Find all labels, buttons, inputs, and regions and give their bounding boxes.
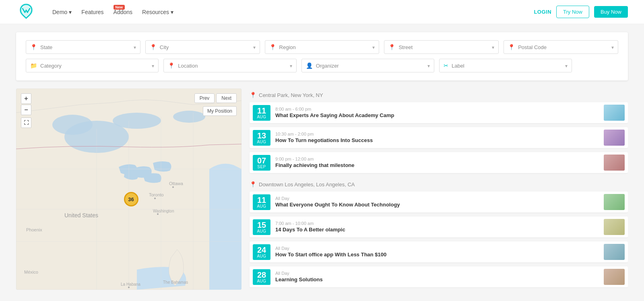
svg-text:Washington: Washington bbox=[153, 209, 174, 213]
filter-row-2: 📁 Category 📍 Location 👤 Organizer ✂ Labe… bbox=[26, 59, 618, 72]
event-title: Learning Solutions bbox=[275, 276, 599, 283]
map-nav-buttons: Prev Next bbox=[194, 93, 237, 103]
location-icon: 📍 bbox=[168, 62, 175, 69]
event-day: 13 bbox=[255, 132, 268, 140]
event-month: AUG bbox=[255, 140, 268, 144]
svg-text:Ottawa: Ottawa bbox=[169, 181, 184, 186]
fullscreen-button[interactable]: ⛶ bbox=[21, 118, 31, 128]
event-title: 14 Days To A Better olampic bbox=[275, 227, 599, 233]
zoom-in-button[interactable]: + bbox=[21, 93, 31, 104]
event-day: 15 bbox=[255, 221, 268, 229]
event-date-badge: 07 SEP bbox=[253, 155, 270, 171]
filter-organizer[interactable]: 👤 Organizer bbox=[301, 59, 434, 72]
label-select[interactable]: Label bbox=[452, 63, 562, 69]
event-item[interactable]: 24 AUG All Day How To Start office app W… bbox=[250, 241, 628, 262]
city-select[interactable]: City bbox=[160, 44, 250, 50]
filter-category[interactable]: 📁 Category bbox=[26, 59, 159, 72]
zoom-out-button[interactable]: − bbox=[21, 105, 31, 115]
filter-label[interactable]: ✂ Label bbox=[439, 59, 572, 72]
chevron-down-icon: ▾ bbox=[171, 9, 173, 15]
filter-location[interactable]: 📍 Location bbox=[163, 59, 296, 72]
street-select[interactable]: Street bbox=[398, 44, 489, 50]
event-thumbnail bbox=[604, 194, 625, 210]
event-item[interactable]: 07 SEP 9:00 pm - 12:00 am Finally achiev… bbox=[250, 152, 628, 173]
filter-state[interactable]: 📍 State bbox=[26, 40, 140, 54]
svg-text:Phoenix: Phoenix bbox=[26, 227, 42, 232]
filter-region[interactable]: 📍 Region bbox=[265, 40, 380, 54]
event-info: All Day What Everyone Ought To Know Abou… bbox=[275, 196, 599, 208]
login-button[interactable]: LOGIN bbox=[534, 9, 551, 15]
map-container: United States Ottawa Toronto Washington … bbox=[16, 89, 242, 290]
event-date-badge: 15 AUG bbox=[253, 219, 270, 235]
svg-text:Toronto: Toronto bbox=[149, 192, 164, 197]
event-day: 28 bbox=[255, 271, 268, 279]
event-day: 11 bbox=[255, 196, 268, 204]
filter-street[interactable]: 📍 Street bbox=[384, 40, 499, 54]
try-now-button[interactable]: Try Now bbox=[556, 6, 589, 18]
chevron-icon bbox=[492, 44, 494, 50]
event-time: 7:00 am - 10:00 am bbox=[275, 221, 599, 226]
chevron-icon bbox=[372, 44, 375, 50]
event-info: 8:00 am - 6:00 pm What Experts Are Sayin… bbox=[275, 107, 599, 119]
svg-text:The Bahamas: The Bahamas bbox=[163, 280, 188, 285]
location-select[interactable]: Location bbox=[178, 63, 286, 69]
event-list: 📍Central Park, New York, NY 11 AUG 8:00 … bbox=[242, 89, 628, 290]
chevron-icon bbox=[427, 62, 430, 69]
location-header: 📍Downtown Los Angeles, Los Angeles, CA bbox=[250, 181, 628, 188]
logo[interactable] bbox=[16, 1, 36, 23]
location-icon: 📍 bbox=[508, 44, 515, 50]
event-item[interactable]: 11 AUG All Day What Everyone Ought To Kn… bbox=[250, 192, 628, 212]
event-item[interactable]: 28 AUG All Day Learning Solutions bbox=[250, 266, 628, 287]
postal-select[interactable]: Postal Code bbox=[518, 44, 608, 50]
event-info: All Day How To Start office app With Les… bbox=[275, 246, 599, 258]
event-thumbnail bbox=[604, 130, 625, 146]
event-time: 10:30 am - 2:00 pm bbox=[275, 132, 599, 136]
next-button[interactable]: Next bbox=[216, 93, 237, 103]
nav-addons[interactable]: New Addons bbox=[114, 9, 132, 15]
location-pin-icon: 📍 bbox=[250, 181, 256, 188]
nav-resources[interactable]: Resources ▾ bbox=[142, 9, 173, 15]
svg-point-23 bbox=[128, 287, 130, 288]
region-select[interactable]: Region bbox=[279, 44, 369, 50]
event-title: What Everyone Ought To Know About Techno… bbox=[275, 202, 599, 208]
navbar-actions: LOGIN Try Now Buy Now bbox=[534, 6, 628, 18]
prev-button[interactable]: Prev bbox=[194, 93, 215, 103]
filter-bar: 📍 State 📍 City 📍 Region 📍 Street 📍 Posta… bbox=[16, 32, 628, 80]
main-content: United States Ottawa Toronto Washington … bbox=[16, 89, 628, 290]
map-controls: + − ⛶ bbox=[21, 93, 31, 128]
cluster-marker[interactable]: 36 bbox=[124, 192, 138, 206]
chevron-icon bbox=[565, 62, 568, 69]
nav-features[interactable]: Features bbox=[81, 9, 103, 15]
my-position-button[interactable]: My Position bbox=[203, 106, 237, 116]
filter-postal[interactable]: 📍 Postal Code bbox=[504, 40, 618, 54]
svg-point-19 bbox=[157, 213, 159, 215]
svg-text:México: México bbox=[24, 270, 38, 274]
state-select[interactable]: State bbox=[40, 44, 130, 50]
category-select[interactable]: Category bbox=[40, 63, 149, 69]
folder-icon: 📁 bbox=[30, 62, 37, 69]
chevron-down-icon: ▾ bbox=[69, 9, 72, 15]
event-thumbnail bbox=[604, 219, 625, 235]
location-icon: 📍 bbox=[150, 44, 157, 50]
location-icon: 📍 bbox=[269, 44, 276, 50]
event-info: 10:30 am - 2:00 pm How To Turn negotiati… bbox=[275, 132, 599, 144]
event-month: AUG bbox=[255, 204, 268, 208]
event-item[interactable]: 15 AUG 7:00 am - 10:00 am 14 Days To A B… bbox=[250, 216, 628, 237]
organizer-select[interactable]: Organizer bbox=[316, 63, 424, 69]
location-name: Downtown Los Angeles, Los Angeles, CA bbox=[259, 181, 355, 188]
chevron-icon bbox=[152, 62, 154, 69]
event-time: 8:00 am - 6:00 pm bbox=[275, 107, 599, 111]
svg-point-4 bbox=[113, 113, 161, 129]
event-thumbnail bbox=[604, 105, 625, 121]
svg-point-3 bbox=[52, 115, 93, 135]
event-title: What Experts Are Saying About Academy Ca… bbox=[275, 112, 599, 119]
event-item[interactable]: 13 AUG 10:30 am - 2:00 pm How To Turn ne… bbox=[250, 127, 628, 148]
location-name: Central Park, New York, NY bbox=[259, 92, 323, 98]
event-day: 11 bbox=[255, 107, 268, 115]
event-item[interactable]: 11 AUG 8:00 am - 6:00 pm What Experts Ar… bbox=[250, 102, 628, 123]
buy-now-button[interactable]: Buy Now bbox=[594, 6, 628, 18]
event-info: 7:00 am - 10:00 am 14 Days To A Better o… bbox=[275, 221, 599, 233]
nav-demo[interactable]: Demo ▾ bbox=[52, 9, 72, 15]
filter-city[interactable]: 📍 City bbox=[145, 40, 260, 54]
event-time: All Day bbox=[275, 196, 599, 201]
